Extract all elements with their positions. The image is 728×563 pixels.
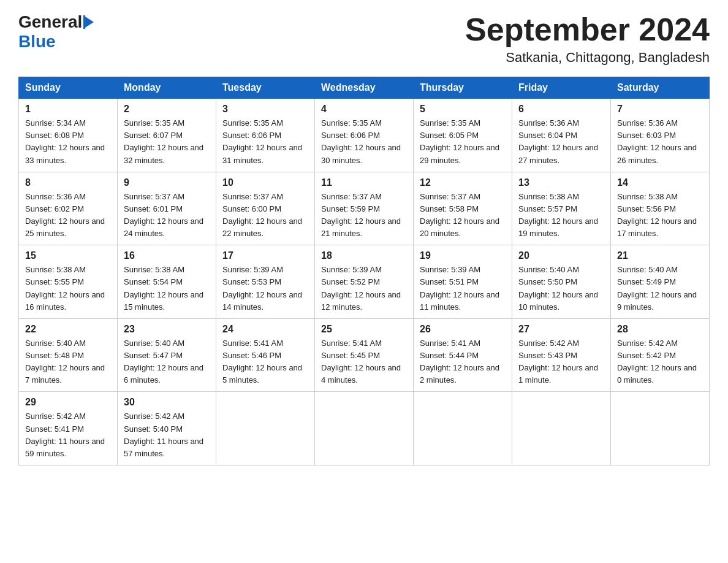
calendar-cell: 9Sunrise: 5:37 AMSunset: 6:01 PMDaylight… [118,172,216,245]
logo-flag-icon [83,15,94,29]
week-row-5: 29Sunrise: 5:42 AMSunset: 5:41 PMDayligh… [19,392,710,465]
day-info: Sunrise: 5:38 AMSunset: 5:55 PMDaylight:… [25,264,111,313]
calendar-cell [315,392,414,465]
page-header: General Blue September 2024 Satkania, Ch… [18,12,710,66]
calendar-table: Sunday Monday Tuesday Wednesday Thursday… [18,77,710,465]
days-header-row: Sunday Monday Tuesday Wednesday Thursday… [19,77,710,99]
calendar-cell: 7Sunrise: 5:36 AMSunset: 6:03 PMDaylight… [611,99,710,172]
day-number: 26 [420,324,506,335]
calendar-cell: 5Sunrise: 5:35 AMSunset: 6:05 PMDaylight… [414,99,512,172]
day-info: Sunrise: 5:42 AMSunset: 5:40 PMDaylight:… [124,410,210,460]
calendar-cell: 30Sunrise: 5:42 AMSunset: 5:40 PMDayligh… [118,392,216,465]
calendar-cell: 16Sunrise: 5:38 AMSunset: 5:54 PMDayligh… [118,245,216,319]
calendar-cell [414,392,512,465]
calendar-cell: 8Sunrise: 5:36 AMSunset: 6:02 PMDaylight… [19,172,118,245]
day-info: Sunrise: 5:41 AMSunset: 5:46 PMDaylight:… [222,337,308,387]
day-number: 29 [25,397,111,408]
header-wednesday: Wednesday [315,77,414,99]
day-info: Sunrise: 5:39 AMSunset: 5:52 PMDaylight:… [321,264,407,313]
header-friday: Friday [512,77,611,99]
calendar-cell: 20Sunrise: 5:40 AMSunset: 5:50 PMDayligh… [512,245,611,319]
day-info: Sunrise: 5:42 AMSunset: 5:41 PMDaylight:… [25,410,111,460]
calendar-cell: 29Sunrise: 5:42 AMSunset: 5:41 PMDayligh… [19,392,118,465]
day-info: Sunrise: 5:38 AMSunset: 5:56 PMDaylight:… [617,191,703,240]
day-number: 30 [124,397,210,408]
header-tuesday: Tuesday [216,77,315,99]
day-info: Sunrise: 5:35 AMSunset: 6:06 PMDaylight:… [321,117,407,167]
calendar-cell: 6Sunrise: 5:36 AMSunset: 6:04 PMDaylight… [512,99,611,172]
day-info: Sunrise: 5:40 AMSunset: 5:48 PMDaylight:… [25,337,111,387]
calendar-cell: 26Sunrise: 5:41 AMSunset: 5:44 PMDayligh… [414,318,512,392]
calendar-cell: 28Sunrise: 5:42 AMSunset: 5:42 PMDayligh… [611,318,710,392]
day-info: Sunrise: 5:35 AMSunset: 6:07 PMDaylight:… [124,117,210,167]
day-number: 21 [617,250,703,261]
logo: General Blue [18,12,94,52]
day-number: 14 [617,177,703,188]
day-number: 16 [124,250,210,261]
calendar-cell: 2Sunrise: 5:35 AMSunset: 6:07 PMDaylight… [118,99,216,172]
calendar-cell: 27Sunrise: 5:42 AMSunset: 5:43 PMDayligh… [512,318,611,392]
day-info: Sunrise: 5:40 AMSunset: 5:49 PMDaylight:… [617,264,703,313]
calendar-cell: 13Sunrise: 5:38 AMSunset: 5:57 PMDayligh… [512,172,611,245]
week-row-3: 15Sunrise: 5:38 AMSunset: 5:55 PMDayligh… [19,245,710,319]
calendar-cell: 18Sunrise: 5:39 AMSunset: 5:52 PMDayligh… [315,245,414,319]
calendar-cell: 22Sunrise: 5:40 AMSunset: 5:48 PMDayligh… [19,318,118,392]
day-info: Sunrise: 5:40 AMSunset: 5:47 PMDaylight:… [124,337,210,387]
day-info: Sunrise: 5:34 AMSunset: 6:08 PMDaylight:… [25,117,111,167]
day-number: 17 [222,250,308,261]
day-info: Sunrise: 5:37 AMSunset: 5:59 PMDaylight:… [321,191,407,240]
calendar-cell: 12Sunrise: 5:37 AMSunset: 5:58 PMDayligh… [414,172,512,245]
calendar-cell [611,392,710,465]
logo-general-text: General [18,12,82,32]
day-number: 9 [124,177,210,188]
day-number: 3 [222,104,308,115]
day-info: Sunrise: 5:42 AMSunset: 5:42 PMDaylight:… [617,337,703,387]
calendar-cell: 3Sunrise: 5:35 AMSunset: 6:06 PMDaylight… [216,99,315,172]
day-info: Sunrise: 5:35 AMSunset: 6:05 PMDaylight:… [420,117,506,167]
calendar-cell: 19Sunrise: 5:39 AMSunset: 5:51 PMDayligh… [414,245,512,319]
day-info: Sunrise: 5:39 AMSunset: 5:53 PMDaylight:… [222,264,308,313]
day-info: Sunrise: 5:37 AMSunset: 6:00 PMDaylight:… [222,191,308,240]
header-sunday: Sunday [19,77,118,99]
day-number: 8 [25,177,111,188]
day-info: Sunrise: 5:41 AMSunset: 5:45 PMDaylight:… [321,337,407,387]
day-number: 5 [420,104,506,115]
day-number: 28 [617,324,703,335]
day-number: 19 [420,250,506,261]
day-number: 11 [321,177,407,188]
calendar-cell: 24Sunrise: 5:41 AMSunset: 5:46 PMDayligh… [216,318,315,392]
day-info: Sunrise: 5:37 AMSunset: 5:58 PMDaylight:… [420,191,506,240]
day-number: 1 [25,104,111,115]
header-saturday: Saturday [611,77,710,99]
day-number: 13 [518,177,604,188]
calendar-title-area: September 2024 Satkania, Chittagong, Ban… [465,12,710,66]
day-number: 27 [518,324,604,335]
week-row-2: 8Sunrise: 5:36 AMSunset: 6:02 PMDaylight… [19,172,710,245]
day-number: 18 [321,250,407,261]
day-number: 20 [518,250,604,261]
calendar-cell: 1Sunrise: 5:34 AMSunset: 6:08 PMDaylight… [19,99,118,172]
week-row-1: 1Sunrise: 5:34 AMSunset: 6:08 PMDaylight… [19,99,710,172]
day-number: 25 [321,324,407,335]
day-number: 6 [518,104,604,115]
day-info: Sunrise: 5:36 AMSunset: 6:04 PMDaylight:… [518,117,604,167]
day-number: 15 [25,250,111,261]
day-info: Sunrise: 5:42 AMSunset: 5:43 PMDaylight:… [518,337,604,387]
day-info: Sunrise: 5:35 AMSunset: 6:06 PMDaylight:… [222,117,308,167]
calendar-cell: 14Sunrise: 5:38 AMSunset: 5:56 PMDayligh… [611,172,710,245]
day-info: Sunrise: 5:41 AMSunset: 5:44 PMDaylight:… [420,337,506,387]
week-row-4: 22Sunrise: 5:40 AMSunset: 5:48 PMDayligh… [19,318,710,392]
day-info: Sunrise: 5:39 AMSunset: 5:51 PMDaylight:… [420,264,506,313]
day-info: Sunrise: 5:38 AMSunset: 5:54 PMDaylight:… [124,264,210,313]
day-info: Sunrise: 5:37 AMSunset: 6:01 PMDaylight:… [124,191,210,240]
calendar-cell: 23Sunrise: 5:40 AMSunset: 5:47 PMDayligh… [118,318,216,392]
day-number: 4 [321,104,407,115]
calendar-cell: 4Sunrise: 5:35 AMSunset: 6:06 PMDaylight… [315,99,414,172]
calendar-cell [216,392,315,465]
header-thursday: Thursday [414,77,512,99]
calendar-cell [512,392,611,465]
day-info: Sunrise: 5:38 AMSunset: 5:57 PMDaylight:… [518,191,604,240]
calendar-subtitle: Satkania, Chittagong, Bangladesh [465,50,710,66]
calendar-cell: 21Sunrise: 5:40 AMSunset: 5:49 PMDayligh… [611,245,710,319]
calendar-cell: 15Sunrise: 5:38 AMSunset: 5:55 PMDayligh… [19,245,118,319]
